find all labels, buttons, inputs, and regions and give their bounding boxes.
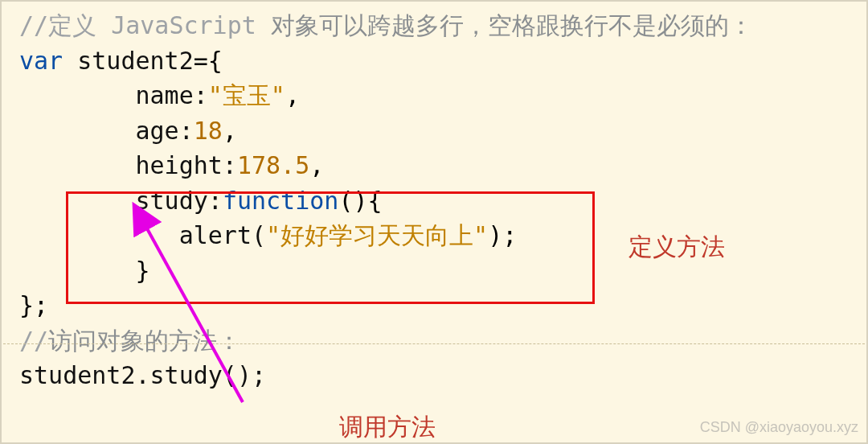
- comma-1: ,: [285, 81, 300, 109]
- code-block: //定义 JavaScript 对象可以跨越多行，空格跟换行不是必须的： var…: [2, 2, 866, 393]
- comma-3: ,: [309, 151, 324, 179]
- identifier-student2: student2: [63, 47, 194, 75]
- string-alert: "好好学习天天向上": [266, 221, 488, 249]
- prop-study: study:: [19, 187, 223, 215]
- prop-name: name:: [19, 81, 208, 109]
- comma-2: ,: [223, 117, 237, 145]
- prop-age: age:: [19, 117, 194, 145]
- section-divider: [3, 343, 865, 344]
- brace-close-outer: };: [19, 291, 48, 319]
- keyword-function: function: [223, 187, 339, 215]
- alert-call: alert(: [19, 221, 266, 249]
- prop-height: height:: [19, 151, 237, 179]
- watermark: CSDN @xiaoyaoyou.xyz: [700, 417, 858, 438]
- assign-brace-open: ={: [194, 47, 223, 75]
- alert-close-paren: );: [488, 221, 517, 249]
- brace-close-inner: }: [19, 257, 150, 285]
- keyword-var: var: [19, 47, 63, 75]
- annotation-define-method: 定义方法: [628, 229, 725, 265]
- number-height: 178.5: [237, 151, 309, 179]
- annotation-call-method: 调用方法: [339, 409, 436, 444]
- comment-define-js: //定义 JavaScript 对象可以跨越多行，空格跟换行不是必须的：: [19, 11, 753, 39]
- comment-access-method: //访问对象的方法：: [19, 327, 241, 355]
- call-study: student2.study();: [19, 361, 266, 389]
- fn-parens-open: (){: [338, 187, 382, 215]
- number-age: 18: [194, 117, 223, 145]
- string-name: "宝玉": [208, 81, 285, 109]
